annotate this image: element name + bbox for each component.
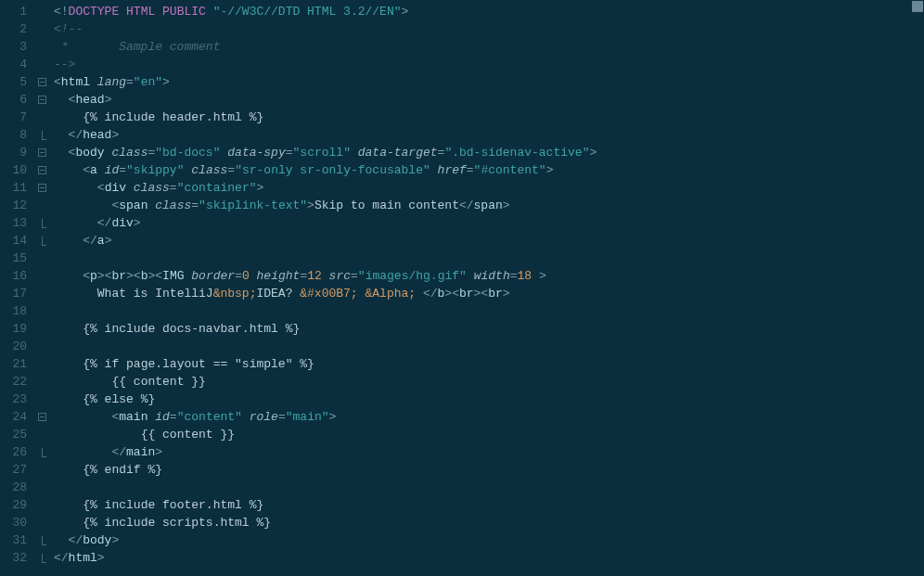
code-line[interactable]: </head> [54, 126, 924, 144]
token-pun: >< [148, 269, 162, 283]
token-pun: > [589, 146, 597, 160]
token-pun: = [191, 198, 199, 212]
code-line[interactable]: <head> [54, 91, 924, 109]
code-line[interactable]: {% if page.layout == "simple" %} [54, 355, 924, 373]
token-attr: class [191, 163, 227, 177]
code-line[interactable]: What is IntelliJ&nbsp;IDEA? &#x00B7; &Al… [54, 285, 924, 302]
fold-spacer [35, 479, 48, 496]
code-line[interactable]: <span class="skiplink-text">Skip to main… [54, 197, 924, 214]
fold-end-icon[interactable] [35, 531, 48, 549]
code-line[interactable]: <!-- [54, 20, 924, 38]
token-attr: data-target [358, 146, 438, 160]
fold-toggle-icon[interactable] [35, 408, 48, 426]
code-line[interactable]: * Sample comment [54, 38, 924, 56]
code-line[interactable]: {{ content }} [54, 426, 924, 443]
code-line[interactable]: </a> [54, 232, 924, 250]
code-line[interactable]: {% include scripts.html %} [54, 514, 924, 531]
code-line[interactable] [54, 338, 924, 355]
token-attr: height [257, 269, 301, 283]
fold-end-icon[interactable] [35, 232, 48, 250]
fold-end-icon[interactable] [35, 126, 48, 144]
token-pun: = [227, 163, 235, 177]
code-area[interactable]: <!DOCTYPE HTML PUBLIC "-//W3C//DTD HTML … [48, 0, 924, 576]
token-tmpl: {% if page.layout == "simple" %} [83, 357, 314, 371]
line-number: 20 [0, 338, 34, 355]
token-attr: border [191, 269, 235, 283]
line-number: 25 [0, 426, 34, 443]
token-pun: </ [83, 234, 97, 248]
code-line[interactable]: <main id="content" role="main"> [54, 408, 924, 426]
token-tag: body [83, 533, 111, 547]
line-number: 14 [0, 232, 34, 250]
token-tmpl: {% endif %} [83, 463, 162, 477]
code-line[interactable]: --> [54, 56, 924, 73]
code-line[interactable] [54, 479, 924, 496]
code-line[interactable]: {% else %} [54, 390, 924, 408]
fold-spacer [35, 109, 48, 126]
code-line[interactable] [54, 302, 924, 320]
token-tag: body [75, 146, 111, 160]
line-number-gutter: 1234567891011121314151617181920212223242… [0, 0, 35, 576]
fold-spacer [35, 426, 48, 443]
token-pun: = [351, 269, 358, 283]
token-tag [250, 269, 257, 283]
line-number: 23 [0, 390, 34, 408]
token-pun: = [286, 146, 293, 160]
line-number: 24 [0, 408, 34, 426]
line-number: 26 [0, 443, 34, 461]
code-line[interactable]: {% endif %} [54, 461, 924, 479]
code-line[interactable]: {% include header.html %} [54, 109, 924, 126]
fold-spacer [35, 56, 48, 73]
token-pun: > [97, 551, 105, 565]
token-attr: src [329, 269, 351, 283]
token-tag: a [97, 234, 105, 248]
token-tag: br [488, 287, 503, 301]
token-attr: width [474, 269, 510, 283]
line-number: 31 [0, 531, 34, 549]
line-number: 6 [0, 91, 34, 109]
fold-spacer [35, 373, 48, 390]
scrollbar-thumb[interactable] [912, 1, 923, 12]
token-attr: href [438, 163, 467, 177]
line-number: 32 [0, 549, 34, 567]
token-pun: </ [69, 533, 83, 547]
token-tag: main [126, 445, 155, 459]
code-line[interactable]: </div> [54, 214, 924, 232]
fold-toggle-icon[interactable] [35, 91, 48, 109]
fold-toggle-icon[interactable] [35, 179, 48, 197]
code-line[interactable]: {% include docs-navbar.html %} [54, 320, 924, 338]
token-pun: = [278, 410, 286, 424]
fold-end-icon[interactable] [35, 214, 48, 232]
code-line[interactable] [54, 250, 924, 267]
token-pun: = [170, 181, 177, 195]
code-line[interactable]: </body> [54, 531, 924, 549]
code-line[interactable]: </main> [54, 443, 924, 461]
fold-end-icon[interactable] [35, 443, 48, 461]
fold-toggle-icon[interactable] [35, 144, 48, 161]
token-str: "skippy" [126, 163, 184, 177]
fold-end-icon[interactable] [35, 549, 48, 567]
fold-toggle-icon[interactable] [35, 161, 48, 179]
code-line[interactable]: <body class="bd-docs" data-spy="scroll" … [54, 144, 924, 161]
token-tag [430, 163, 438, 177]
code-line[interactable]: {{ content }} [54, 373, 924, 390]
code-line[interactable]: {% include footer.html %} [54, 496, 924, 514]
fold-column[interactable] [35, 0, 48, 576]
code-line[interactable]: </html> [54, 549, 924, 567]
token-pun: > [307, 198, 314, 212]
code-editor[interactable]: 1234567891011121314151617181920212223242… [0, 0, 924, 576]
token-tag: span [119, 198, 155, 212]
token-attr: lang [97, 75, 126, 89]
code-line[interactable]: <!DOCTYPE HTML PUBLIC "-//W3C//DTD HTML … [54, 3, 924, 20]
code-line[interactable]: <div class="container"> [54, 179, 924, 197]
token-tag [467, 269, 474, 283]
token-str: "content" [177, 410, 242, 424]
code-line[interactable]: <p><br><b><IMG border=0 height=12 src="i… [54, 267, 924, 285]
code-line[interactable]: <a id="skippy" class="sr-only sr-only-fo… [54, 161, 924, 179]
code-line[interactable]: <html lang="en"> [54, 73, 924, 91]
token-tag: p [90, 269, 97, 283]
token-pun: </ [459, 198, 474, 212]
fold-toggle-icon[interactable] [35, 73, 48, 91]
token-str: "sr-only sr-only-focusable" [235, 163, 430, 177]
line-number: 17 [0, 285, 34, 302]
